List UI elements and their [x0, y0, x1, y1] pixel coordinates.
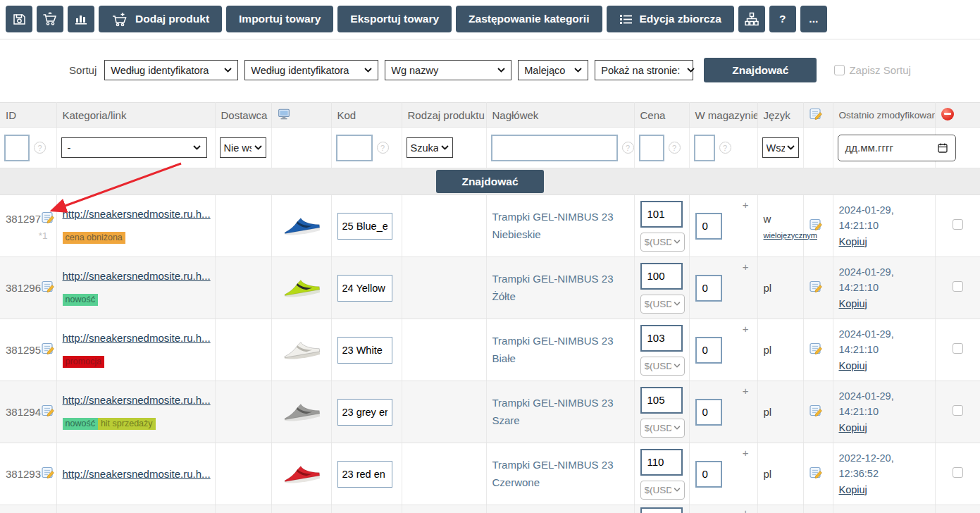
filter-id-input[interactable] — [4, 135, 30, 161]
stock-increment[interactable]: + — [743, 507, 749, 513]
save-sort-label: Zapisz Sortuj — [849, 64, 911, 76]
filter-type-select[interactable]: Szukaj — [407, 137, 453, 158]
edit-icon[interactable] — [42, 280, 54, 295]
cart-icon — [42, 12, 58, 26]
help-circle-icon[interactable]: ? — [669, 142, 681, 154]
save-button[interactable] — [6, 6, 32, 32]
currency-select[interactable]: $(USD) — [640, 481, 685, 500]
help-button[interactable]: ? — [769, 6, 796, 32]
sitemap-icon — [745, 12, 759, 26]
modified-date: 2024-01-29, 14:21:10 — [839, 264, 929, 296]
edit-icon[interactable] — [810, 221, 822, 233]
row-checkbox[interactable] — [953, 467, 963, 478]
sort-select-2[interactable]: Według identyfikatora — [244, 60, 378, 80]
table-row: 381297 *1 http://sneakersnedmosite.ru.h.… — [0, 195, 980, 257]
supplier-cell — [215, 195, 271, 257]
add-product-button[interactable]: Dodaj produkt — [99, 6, 222, 32]
sitemap-button[interactable] — [738, 6, 765, 32]
more-button[interactable]: ... — [800, 6, 827, 32]
filter-date-input[interactable]: дд.мм.гггг — [838, 135, 956, 161]
stock-input[interactable] — [695, 461, 722, 488]
price-input[interactable] — [640, 201, 683, 228]
help-circle-icon[interactable]: ? — [34, 142, 46, 154]
bulk-edit-button[interactable]: Edycja zbiorcza — [607, 6, 734, 32]
product-type-cell — [402, 381, 486, 443]
export-products-button[interactable]: Eksportuj towary — [337, 6, 452, 32]
stock-increment[interactable]: + — [743, 199, 749, 211]
edit-icon[interactable] — [42, 404, 54, 419]
sort-select-1[interactable]: Według identyfikatora — [104, 60, 238, 80]
replace-category-button[interactable]: Zastępowanie kategorii — [456, 6, 602, 32]
copy-link[interactable]: Kopiuj — [839, 298, 867, 309]
stock-increment[interactable]: + — [743, 385, 749, 397]
save-sort-checkbox[interactable] — [834, 65, 845, 75]
stats-button[interactable] — [68, 6, 94, 32]
edit-icon[interactable] — [810, 283, 822, 295]
multilang-link[interactable]: wielojęzycznym — [764, 231, 798, 240]
product-title: Trampki GEL-NIMBUS 23 Czerwone — [486, 443, 634, 505]
help-circle-icon[interactable]: ? — [622, 142, 634, 154]
stock-input[interactable] — [695, 337, 722, 364]
stock-input[interactable] — [695, 275, 722, 302]
code-input[interactable] — [337, 275, 392, 302]
currency-select[interactable]: $(USD) — [640, 295, 685, 314]
copy-link[interactable]: Kopiuj — [839, 484, 867, 495]
stock-increment[interactable]: + — [743, 261, 749, 273]
filter-code-input[interactable] — [336, 135, 373, 161]
edit-icon[interactable] — [810, 345, 822, 357]
copy-link[interactable]: Kopiuj — [839, 236, 867, 247]
currency-select[interactable]: $(USD) — [640, 419, 685, 438]
row-checkbox[interactable] — [953, 281, 963, 292]
filter-supplier-select[interactable]: Nie wsl — [220, 137, 266, 158]
header-product-type: Rodzaj produktu — [402, 103, 486, 128]
code-input[interactable] — [337, 399, 392, 426]
copy-link[interactable]: Kopiuj — [839, 422, 867, 433]
table-find-button[interactable]: Znajdować — [436, 170, 543, 193]
cart-button[interactable] — [37, 6, 63, 32]
filter-language-select[interactable]: Wsz — [762, 137, 799, 158]
price-input[interactable] — [640, 507, 683, 513]
filter-stock-input[interactable] — [694, 135, 715, 161]
page-size-select[interactable]: Pokaż na stronie: — [595, 60, 693, 80]
product-link[interactable]: http://sneakersnedmosite.ru.h... — [63, 468, 209, 480]
stock-input[interactable] — [695, 213, 722, 240]
edit-icon[interactable] — [42, 211, 54, 226]
minus-icon[interactable] — [941, 108, 954, 120]
sort-select-3[interactable]: Wg nazwy — [385, 60, 511, 80]
help-circle-icon[interactable]: ? — [377, 142, 389, 154]
currency-select[interactable]: $(USD) — [640, 233, 685, 252]
row-checkbox[interactable] — [953, 343, 963, 354]
price-input[interactable] — [640, 387, 683, 414]
product-link[interactable]: http://sneakersnedmosite.ru.h... — [63, 332, 209, 344]
modified-date: 2024-01-29, 14:21:10 — [839, 326, 929, 358]
edit-icon[interactable] — [42, 342, 54, 357]
price-input[interactable] — [640, 263, 683, 290]
help-circle-icon[interactable]: ? — [719, 142, 731, 154]
import-products-button[interactable]: Importuj towary — [226, 6, 333, 32]
stock-increment[interactable]: + — [743, 323, 749, 335]
row-checkbox[interactable] — [953, 219, 963, 230]
currency-select[interactable]: $(USD) — [640, 357, 685, 376]
code-input[interactable] — [337, 461, 392, 488]
copy-link[interactable]: Kopiuj — [839, 360, 867, 371]
filter-price-input[interactable] — [639, 135, 664, 161]
chevron-down-icon — [674, 364, 681, 368]
filter-category-select[interactable]: - — [61, 137, 207, 158]
row-checkbox[interactable] — [953, 405, 963, 416]
product-link[interactable]: http://sneakersnedmosite.ru.h... — [63, 208, 209, 220]
product-photo — [281, 276, 321, 299]
price-input[interactable] — [640, 449, 683, 476]
sort-direction-select[interactable]: Malejąco — [518, 60, 588, 80]
price-input[interactable] — [640, 325, 683, 352]
stock-input[interactable] — [695, 399, 722, 426]
stock-increment[interactable]: + — [743, 447, 749, 459]
sort-find-button[interactable]: Znajdować — [704, 58, 817, 82]
code-input[interactable] — [337, 213, 392, 240]
product-link[interactable]: http://sneakersnedmosite.ru.h... — [63, 394, 209, 406]
product-link[interactable]: http://sneakersnedmosite.ru.h... — [63, 270, 209, 282]
edit-icon[interactable] — [810, 407, 822, 419]
filter-title-input[interactable] — [491, 135, 618, 161]
edit-icon[interactable] — [42, 466, 54, 481]
code-input[interactable] — [337, 337, 392, 364]
edit-icon[interactable] — [810, 469, 822, 481]
